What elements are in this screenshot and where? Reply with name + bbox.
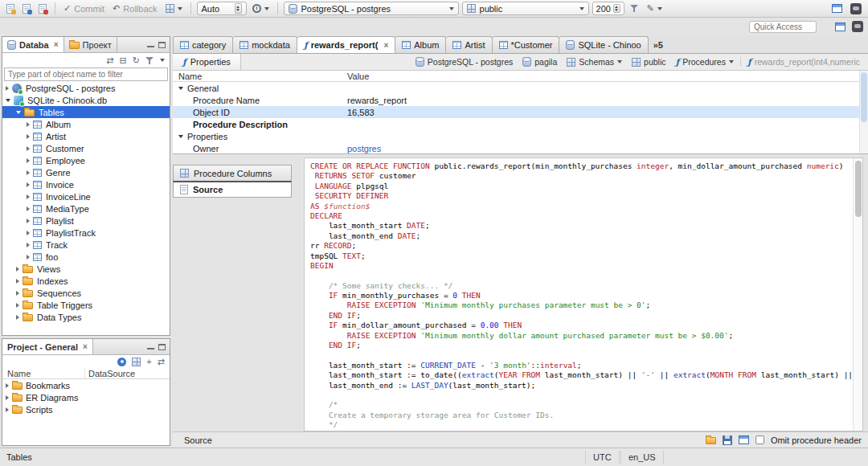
tree-item-sequences[interactable]: Sequences (2, 287, 170, 299)
layout-icon[interactable] (132, 358, 141, 366)
settings-icon[interactable] (117, 358, 126, 366)
chevron-right-icon[interactable] (27, 194, 30, 199)
close-icon[interactable]: × (383, 41, 388, 50)
tree-item-data-types[interactable]: Data Types (2, 311, 170, 323)
object-filter-input[interactable] (4, 67, 168, 81)
property-row-procedure-name[interactable]: Procedure Namerewards_report (173, 94, 868, 106)
recent-sql-button[interactable] (36, 2, 49, 16)
refresh-timer-button[interactable] (250, 2, 272, 16)
chevron-right-icon[interactable] (16, 303, 19, 308)
chevron-right-icon[interactable] (16, 267, 19, 272)
tree-item-genre[interactable]: Genre (2, 166, 170, 178)
schema-combo[interactable]: public (462, 2, 589, 15)
source-code-editor[interactable]: CREATE OR REPLACE FUNCTION public.reward… (304, 157, 863, 431)
open-in-sql-editor-icon[interactable] (739, 435, 749, 444)
tree-item-sqlite-chinook-db[interactable]: SQLite - Chinook.db (2, 94, 170, 106)
tree-item-playlisttrack[interactable]: PlaylistTrack (2, 227, 170, 239)
omit-procedure-header-checkbox[interactable] (755, 435, 764, 444)
property-value[interactable]: postgres (344, 144, 868, 153)
minimize-button[interactable] (147, 348, 154, 350)
tree-item-indexes[interactable]: Indexes (2, 275, 170, 287)
chevron-down-icon[interactable] (729, 60, 734, 63)
chevron-right-icon[interactable] (27, 122, 30, 127)
collapse-all-icon[interactable]: ⊟ (120, 56, 127, 65)
refresh-icon[interactable]: ↻ (133, 56, 140, 65)
add-icon[interactable]: + (146, 358, 151, 366)
new-sql-editor-button[interactable] (4, 2, 17, 16)
bottom-tab-source[interactable]: Source (173, 435, 212, 445)
tab-overflow-indicator[interactable]: »5 (649, 36, 668, 53)
perspective-button[interactable] (848, 2, 864, 16)
quick-access-input[interactable] (749, 21, 817, 33)
tree-item-table-triggers[interactable]: Table Triggers (2, 299, 170, 311)
tree-item-customer[interactable]: Customer (2, 142, 170, 154)
chevron-right-icon[interactable] (27, 170, 30, 175)
property-row-owner[interactable]: Ownerpostgres (173, 142, 868, 154)
tree-item-playlist[interactable]: Playlist (2, 215, 170, 227)
chevron-down-icon[interactable] (16, 111, 21, 114)
column-header-name[interactable]: Name (2, 369, 85, 378)
chevron-right-icon[interactable] (27, 231, 30, 235)
chevron-right-icon[interactable] (6, 407, 9, 412)
open-sql-console-button[interactable] (829, 2, 845, 16)
tree-item-views[interactable]: Views (2, 263, 170, 275)
chevron-right-icon[interactable] (27, 134, 30, 139)
filter-settings-button[interactable] (628, 2, 641, 16)
tree-item-invoiceline[interactable]: InvoiceLine (2, 190, 170, 202)
tree-item-tables[interactable]: Tables (2, 106, 170, 118)
scrollbar-thumb[interactable] (855, 161, 862, 217)
properties-scrollbar[interactable] (859, 71, 868, 153)
chevron-right-icon[interactable] (27, 158, 30, 163)
general-perspective-icon[interactable] (852, 21, 863, 32)
chevron-right-icon[interactable] (27, 146, 30, 151)
editor-tab-sqlite-chinoo[interactable]: SQLite - Chinoo (559, 36, 648, 53)
maximize-button[interactable] (158, 344, 166, 350)
close-icon[interactable]: × (83, 342, 88, 351)
filter-icon[interactable] (145, 56, 154, 65)
property-row-properties[interactable]: Properties (173, 130, 868, 142)
navigator-tab-databa[interactable]: Databa× (2, 37, 64, 52)
editor-tab-category[interactable]: category (173, 36, 233, 53)
chevron-right-icon[interactable] (16, 279, 19, 284)
breadcrumb-item-rewards-report-int4-numeric[interactable]: ƒrewards_report(int4,numeric (740, 57, 863, 67)
minimize-button[interactable] (147, 46, 154, 47)
save-icon[interactable] (723, 435, 732, 445)
maximize-button[interactable] (158, 42, 166, 48)
breadcrumb-item-procedures[interactable]: ƒProcedures (673, 57, 737, 67)
editor-tab-artist[interactable]: Artist (446, 36, 492, 53)
editor-tab-customer[interactable]: *Customer (493, 36, 560, 53)
tree-item-mediatype[interactable]: MediaType (2, 202, 170, 215)
tree-item-foo[interactable]: foo (2, 251, 170, 263)
fetch-size-input[interactable]: 200 (592, 2, 624, 15)
persist-icon[interactable] (706, 437, 716, 444)
chevron-right-icon[interactable] (6, 395, 9, 400)
tree-item-postgresql-postgres[interactable]: PostgreSQL - postgres (2, 82, 170, 94)
transaction-log-button[interactable] (163, 2, 185, 16)
view-menu-button[interactable] (160, 59, 165, 62)
chevron-down-icon[interactable] (617, 60, 622, 63)
locale-indicator[interactable]: en_US (620, 451, 664, 464)
edit-filters-button[interactable]: ✎ (645, 2, 665, 16)
code-scrollbar[interactable] (853, 158, 862, 431)
tree-item-invoice[interactable]: Invoice (2, 178, 170, 190)
rollback-button[interactable]: ↶Rollback (110, 2, 159, 16)
scrollbar-thumb[interactable] (861, 72, 867, 122)
property-row-procedure-description[interactable]: Procedure Description (173, 118, 868, 130)
tx-mode-combo[interactable]: Auto (197, 2, 247, 15)
chevron-right-icon[interactable] (16, 291, 19, 296)
tree-item-track[interactable]: Track (2, 239, 170, 251)
project-item-bookmarks[interactable]: Bookmarks (2, 379, 170, 391)
property-row-general[interactable]: General (173, 82, 868, 94)
chevron-down-icon[interactable] (178, 135, 183, 138)
tab-procedure-columns[interactable]: Procedure Columns (173, 165, 292, 182)
breadcrumb-item-postgresql-postgres[interactable]: PostgreSQL - postgres (412, 57, 516, 67)
tab-project-general[interactable]: Project - General × (2, 339, 93, 354)
breadcrumb-item-public[interactable]: public (628, 57, 669, 67)
tree-item-artist[interactable]: Artist (2, 130, 170, 142)
project-item-scripts[interactable]: Scripts (2, 403, 170, 415)
chevron-down-icon[interactable] (178, 87, 183, 90)
chevron-right-icon[interactable] (27, 182, 30, 187)
open-sql-script-button[interactable] (20, 2, 33, 16)
tree-item-employee[interactable]: Employee (2, 154, 170, 166)
chevron-down-icon[interactable] (6, 99, 10, 102)
